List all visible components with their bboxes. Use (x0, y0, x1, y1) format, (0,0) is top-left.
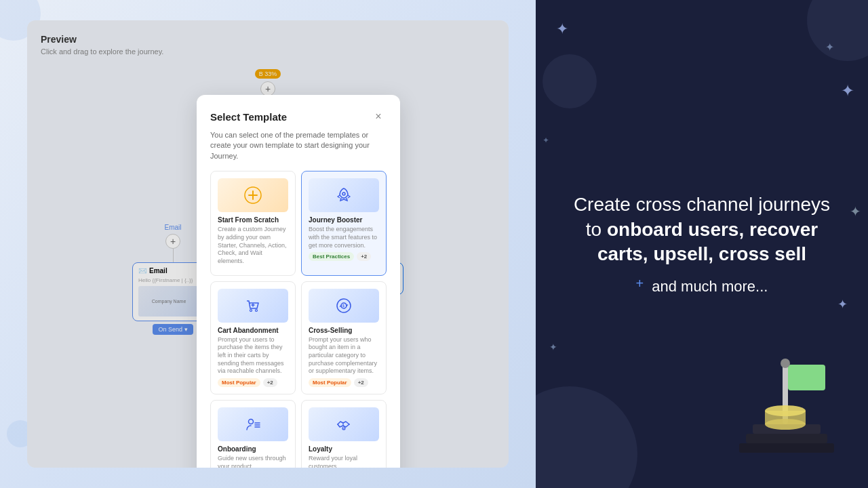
right-deco-2 (542, 54, 597, 108)
modal-close-button[interactable]: × (370, 108, 387, 125)
star-4: ✦ (549, 342, 557, 352)
booster-icon-area (309, 178, 379, 212)
cross-name: Cross-Selling (309, 327, 379, 334)
right-plus-icon: + (636, 276, 644, 291)
right-content: Create cross channel journeys to onboard… (574, 192, 830, 295)
onboard-name: Onboarding (218, 445, 288, 453)
template-card-scratch[interactable]: Start From Scratch Create a custom Journ… (210, 171, 296, 275)
scratch-desc: Create a custom Journey by adding your o… (218, 226, 288, 265)
right-deco-3 (536, 386, 637, 488)
svg-point-21 (765, 405, 806, 416)
cross-badge: Most Popular (309, 378, 351, 387)
template-card-cart[interactable]: Cart Abandonment Prompt your users to pu… (210, 281, 296, 394)
right-line5: and much more... (652, 278, 768, 296)
modal-title: Select Template (210, 111, 287, 123)
svg-rect-16 (746, 434, 827, 443)
cart-count: +2 (263, 378, 277, 387)
right-panel: ✦ ✦ ✦ ✦ ✦ ✦ ✦ Create cross channel journ… (536, 0, 868, 488)
booster-desc: Boost the engagements with the smart fea… (309, 226, 379, 249)
cart-badges: Most Popular +2 (218, 378, 288, 387)
right-line4: carts, upsell, cross sell (574, 242, 830, 266)
left-panel: Preview Click and drag to explore the jo… (0, 0, 536, 488)
trophy-svg (732, 336, 841, 458)
template-card-booster[interactable]: Journey Booster Boost the engagements wi… (301, 171, 387, 275)
right-line2: to onboard users, recover (574, 218, 830, 242)
cart-badge: Most Popular (218, 378, 260, 387)
svg-rect-17 (739, 443, 834, 453)
svg-point-8 (249, 420, 254, 424)
person-list-icon (243, 415, 262, 434)
select-template-modal: Select Template × You can select one of … (197, 95, 400, 468)
cart-desc: Prompt your users to purchase the items … (218, 336, 288, 375)
right-line4-text: carts, upsell, cross sell (597, 243, 806, 264)
loyalty-desc: Reward your loyal customers. (309, 455, 379, 468)
preview-area: Preview Click and drag to explore the jo… (27, 20, 509, 468)
template-card-onboard[interactable]: Onboarding Guide new users through your … (210, 400, 296, 468)
booster-count: +2 (357, 252, 371, 261)
svg-point-5 (256, 309, 258, 311)
right-to: to (586, 219, 601, 240)
right-line3: onboard users, recover (607, 219, 818, 240)
svg-text:$: $ (342, 303, 344, 307)
cart-icon (243, 296, 262, 315)
loyalty-name: Loyalty (309, 445, 379, 453)
svg-rect-14 (788, 365, 825, 390)
right-line1: Create cross channel journeys (574, 192, 830, 217)
booster-badge: Best Practices (309, 252, 354, 261)
refresh-money-icon: $ (334, 296, 353, 315)
star-5: ✦ (837, 297, 848, 312)
onboard-desc: Guide new users through your product. (218, 455, 288, 468)
onboard-icon-area (218, 407, 288, 441)
svg-point-3 (342, 192, 345, 195)
booster-badges: Best Practices +2 (309, 252, 379, 261)
cross-count: +2 (354, 378, 368, 387)
cart-name: Cart Abandonment (218, 327, 288, 334)
template-card-cross[interactable]: $ Cross-Selling Prompt your users who bo… (301, 281, 387, 394)
star-1: ✦ (556, 20, 568, 38)
star-3: ✦ (841, 81, 854, 100)
handshake-icon (334, 415, 353, 434)
svg-point-18 (781, 359, 790, 368)
cross-desc: Prompt your users who bought an item in … (309, 336, 379, 375)
modal-overlay: Select Template × You can select one of … (27, 20, 509, 468)
template-grid: Start From Scratch Create a custom Journ… (210, 171, 387, 468)
star-6: ✦ (542, 136, 549, 145)
svg-point-4 (250, 309, 252, 311)
plus-icon (243, 186, 262, 205)
scratch-icon-area (218, 178, 288, 212)
modal-header: Select Template × (210, 108, 387, 125)
star-7: ✦ (850, 203, 861, 220)
loyalty-icon-area (309, 407, 379, 441)
cart-icon-area (218, 289, 288, 323)
scratch-name: Start From Scratch (218, 216, 288, 224)
trophy-illustration (732, 336, 841, 461)
booster-name: Journey Booster (309, 216, 379, 224)
right-deco-1 (807, 0, 868, 61)
template-card-loyalty[interactable]: Loyalty Reward your loyal customers. (301, 400, 387, 468)
modal-description: You can select one of the premade templa… (210, 130, 387, 161)
cross-badges: Most Popular +2 (309, 378, 379, 387)
cross-icon-area: $ (309, 289, 379, 323)
rocket-icon (334, 186, 353, 205)
